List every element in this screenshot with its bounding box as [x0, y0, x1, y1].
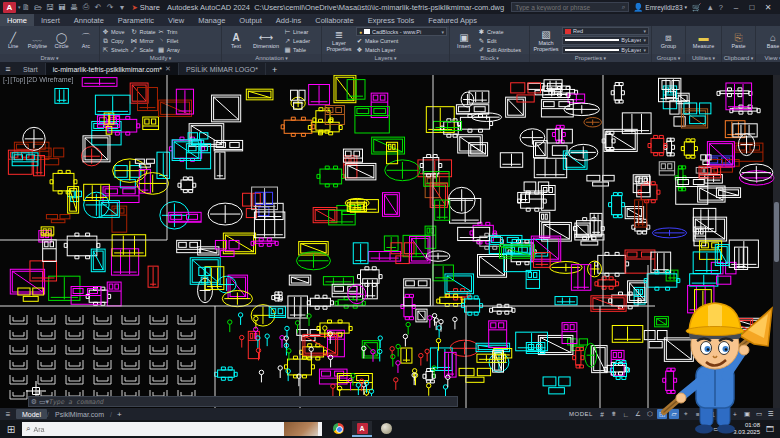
pinned-app-button[interactable]: [376, 421, 396, 437]
modify-panel-label[interactable]: Modify: [100, 54, 221, 62]
autocad-app-button[interactable]: A: [352, 421, 372, 437]
app-menu-button[interactable]: A: [3, 2, 16, 13]
status-2[interactable]: ∟: [621, 409, 631, 419]
block-panel-label[interactable]: Block: [450, 54, 529, 62]
edit-attributes-tool[interactable]: ✐Edit Attributes: [478, 46, 521, 54]
color-dropdown[interactable]: Red ▾: [562, 27, 649, 35]
linetype-dropdown[interactable]: ByLayer ▾: [562, 36, 649, 44]
viewport-menu-control[interactable]: [-]: [3, 76, 9, 83]
new-drawing-button[interactable]: +: [266, 65, 283, 75]
tray-chevron-icon[interactable]: ∧: [704, 425, 709, 433]
ribbon-tab-8[interactable]: Collaborate: [308, 14, 360, 26]
view-control[interactable]: [Top]: [10, 76, 25, 83]
qat-icon-7[interactable]: ↷: [105, 3, 116, 12]
status-12[interactable]: ▣: [742, 409, 752, 419]
visual-style-control[interactable]: [2D Wireframe]: [26, 76, 73, 83]
trim-tool[interactable]: ✂Trim: [158, 28, 180, 36]
layer-properties-tool[interactable]: ≣Layer Properties: [324, 27, 354, 54]
status-8[interactable]: ≡: [693, 409, 703, 419]
groups-panel-label[interactable]: Groups: [652, 54, 685, 62]
line-tool[interactable]: ╱Line: [2, 27, 24, 54]
status-7[interactable]: ⌖: [681, 409, 691, 419]
scale-tool[interactable]: ⤢Scale: [130, 46, 155, 54]
qat-icon-4[interactable]: 🖶: [69, 3, 80, 12]
ribbon-tab-1[interactable]: Insert: [34, 14, 67, 26]
status-3[interactable]: ∠: [633, 409, 643, 419]
close-button[interactable]: ✕: [760, 3, 776, 12]
status-11[interactable]: +: [730, 409, 740, 419]
model-space-indicator[interactable]: MODEL: [569, 411, 593, 417]
qat-icon-5[interactable]: ⎙: [81, 2, 92, 12]
customize-command-icon[interactable]: ⚙: [29, 398, 39, 406]
ribbon-tab-10[interactable]: Featured Apps: [421, 14, 484, 26]
status-0[interactable]: #: [597, 409, 607, 419]
status-13[interactable]: ▭: [754, 409, 764, 419]
model-space-canvas[interactable]: [0, 75, 780, 408]
vertical-scrollbar[interactable]: [773, 75, 780, 408]
chrome-app-button[interactable]: [328, 421, 348, 437]
app-store-icon[interactable]: 🛒: [692, 3, 701, 12]
paste-tool[interactable]: ⎘Paste: [727, 27, 751, 54]
status-5[interactable]: ◱: [657, 409, 667, 419]
draw-panel-label[interactable]: Draw: [0, 54, 99, 62]
taskbar-search-input[interactable]: [33, 426, 281, 433]
status-9[interactable]: 1:1: [705, 409, 716, 419]
ribbon-tab-9[interactable]: Express Tools: [361, 14, 422, 26]
share-button[interactable]: ➤ Share: [132, 3, 160, 12]
model-tab[interactable]: Model: [16, 409, 47, 419]
measure-tool[interactable]: ▬Measure: [692, 27, 716, 54]
drawing-viewport[interactable]: [-] [Top] [2D Wireframe] ⚙ ▭▾: [0, 75, 780, 408]
tray-volume-icon[interactable]: ◁: [724, 425, 729, 433]
status-4[interactable]: ⬡: [645, 409, 655, 419]
arc-tool[interactable]: ⌒Arc: [75, 27, 97, 54]
command-line[interactable]: ⚙ ▭▾: [28, 396, 458, 407]
create-block-tool[interactable]: ✱Create: [478, 28, 521, 36]
fillet-tool[interactable]: ◝Fillet: [158, 37, 180, 45]
new-layout-button[interactable]: +: [112, 410, 127, 419]
taskbar-search[interactable]: ⌕: [22, 422, 322, 436]
minimize-button[interactable]: –: [728, 3, 744, 12]
status-14[interactable]: ☰: [766, 409, 776, 419]
ribbon-tab-2[interactable]: Annotate: [67, 14, 111, 26]
clipboard-panel-label[interactable]: Clipboard: [722, 54, 755, 62]
copy-tool[interactable]: ⧉Copy: [102, 37, 128, 45]
tray-display-icon[interactable]: ▭: [713, 425, 720, 433]
active-drawing-tab[interactable]: ic-mimarlik-tefris-psiklikmimar.com* ✕: [46, 63, 179, 75]
qat-icon-3[interactable]: 🖬: [57, 3, 68, 12]
notification-center-icon[interactable]: 🗔: [764, 425, 776, 434]
autodesk-icon[interactable]: ▲: [706, 3, 713, 12]
status-10[interactable]: ⚙: [718, 409, 728, 419]
circle-tool[interactable]: ◯Circle: [51, 27, 73, 54]
qat-icon-0[interactable]: 🗎: [21, 3, 32, 12]
move-tool[interactable]: ✥Move: [102, 28, 128, 36]
annotation-panel-label[interactable]: Annotation: [222, 54, 321, 62]
leader-tool[interactable]: ↗Leader: [284, 37, 310, 45]
help-icon[interactable]: ?: [719, 3, 723, 12]
ribbon-tab-0[interactable]: Home: [0, 14, 34, 26]
signed-in-user[interactable]: 👤 Emreyildiz83 ▾: [633, 3, 687, 12]
mirror-tool[interactable]: ⋈Mirror: [130, 37, 155, 45]
maximize-button[interactable]: □: [744, 3, 760, 12]
help-search-box[interactable]: ⌕: [511, 2, 629, 12]
insert-tool[interactable]: ▣Insert: [452, 27, 476, 54]
make-current-tool[interactable]: ✔Make Current: [356, 37, 447, 45]
linear-tool[interactable]: ⊢Linear: [284, 28, 310, 36]
polyline-tool[interactable]: ﹏Polyline: [26, 27, 48, 54]
layout-menu-icon[interactable]: ≡: [0, 410, 16, 419]
layers-panel-label[interactable]: Layers: [322, 54, 449, 62]
stretch-tool[interactable]: ⇱Stretch: [102, 46, 128, 54]
file-tab-menu-icon[interactable]: ≡: [0, 64, 16, 74]
ribbon-tab-4[interactable]: View: [161, 14, 191, 26]
table-tool[interactable]: ▦Table: [284, 46, 310, 54]
close-tab-icon[interactable]: ✕: [165, 65, 171, 73]
utilities-panel-label[interactable]: Utilities: [686, 54, 721, 62]
text-tool[interactable]: AText: [224, 27, 248, 54]
view-panel-label[interactable]: View: [756, 54, 780, 62]
qat-icon-8[interactable]: ▾: [117, 3, 128, 12]
properties-panel-label[interactable]: Properties: [530, 54, 651, 62]
base-tool[interactable]: ⌂Base: [761, 27, 780, 54]
second-drawing-tab[interactable]: PSİLİK MİMAR LOGO*: [179, 63, 266, 75]
qat-icon-1[interactable]: 🗁: [33, 3, 44, 12]
status-6[interactable]: ▱: [669, 409, 679, 419]
tray-clock[interactable]: 01:08 3.03.2025: [733, 422, 760, 436]
